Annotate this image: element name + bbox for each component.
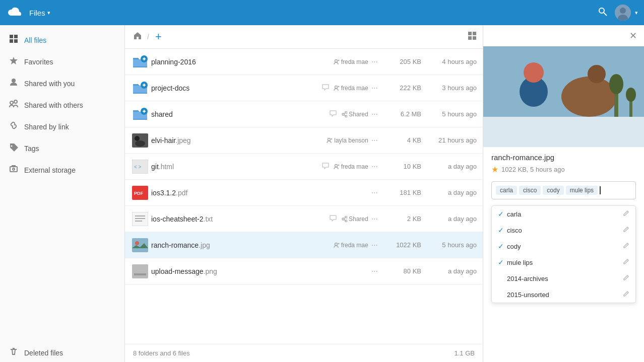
table-row[interactable]: planning-2016 freda mae···205 KB4 hours … [125,49,483,75]
svg-point-73 [609,74,623,94]
file-icon-ios-cheatsheet-2 [131,210,149,228]
file-icon-shared [131,105,149,123]
add-button[interactable]: + [152,29,165,44]
tag-dropdown-item-cody[interactable]: ✓cody [492,238,635,254]
svg-point-38 [135,140,145,147]
tag-edit-icon-2015-unsorted[interactable] [623,291,629,299]
file-more-button-planning-2016[interactable]: ··· [368,56,381,67]
sidebar-icon-shared-with-others [8,99,19,111]
files-summary: 8 folders and 6 files [133,349,190,357]
user-menu-chevron[interactable]: ▾ [635,10,638,16]
file-meta-shared: Shared [329,110,368,118]
table-row[interactable]: ios-cheatsheet-2.txt Shared···2 KBa day … [125,206,483,232]
file-size-ios3.1.2: 181 KB [381,189,421,196]
file-meta-ranch-romance: freda mae [334,242,368,249]
file-more-button-ios3.1.2[interactable]: ··· [368,187,381,198]
tag-edit-icon-2014-archives[interactable] [623,274,629,282]
file-icon-elvi-hair [131,131,149,150]
file-meta-git: freda mae [321,162,368,171]
grid-view-button[interactable] [468,31,477,42]
sidebar-item-deleted-files[interactable]: Deleted files [0,342,124,362]
file-more-button-shared[interactable]: ··· [368,109,381,120]
file-date-planning-2016: 4 hours ago [421,58,477,65]
svg-point-15 [13,168,15,170]
tag-dropdown-item-mule-lips[interactable]: ✓mule lips [492,254,635,270]
file-icon-planning-2016 [131,53,149,71]
svg-rect-21 [473,36,476,40]
files-menu-button[interactable]: Files ▾ [29,9,50,17]
total-size: 1.1 GB [455,349,475,357]
tag-dropdown-item-2014-archives[interactable]: ✓2014-archives [492,270,635,286]
tag-edit-icon-cody[interactable] [623,242,629,250]
sidebar-icon-shared-with-you [8,78,19,89]
sidebar-item-all-files[interactable]: All files [0,29,124,51]
file-name-ios3.1.2: ios3.1.2.pdf [151,189,368,197]
search-icon[interactable] [595,4,611,22]
svg-rect-7 [10,39,13,43]
tag-cursor [600,186,601,194]
table-row[interactable]: PDF ios3.1.2.pdf···181 KBa day ago [125,180,483,206]
tag-dropdown: ✓carla✓cisco✓cody✓mule lips✓2014-archive… [491,205,636,303]
file-more-button-elvi-hair[interactable]: ··· [368,135,381,146]
svg-rect-64 [134,273,146,275]
app-logo [6,3,25,22]
file-list: planning-2016 freda mae···205 KB4 hours … [125,49,483,344]
sidebar: All filesFavoritesShared with youShared … [0,25,125,362]
file-date-elvi-hair: 21 hours ago [421,136,477,144]
sidebar-icon-favorites [8,56,19,67]
home-button[interactable] [131,29,144,44]
file-more-button-upload-message[interactable]: ··· [368,266,381,277]
svg-point-0 [599,8,604,13]
svg-line-1 [604,13,607,16]
tag-label-carla: carla [507,210,623,218]
file-date-git: a day ago [421,163,477,170]
table-row[interactable]: project-docs freda mae···222 KB3 hours a… [125,75,483,101]
table-row[interactable]: shared Shared···6.2 MB5 hours ago [125,101,483,127]
sidebar-label-shared-by-link: Shared by link [24,123,69,131]
sidebar-icon-all-files [8,34,19,46]
svg-point-68 [524,62,544,83]
svg-rect-14 [10,167,17,172]
file-name-elvi-hair: elvi-hair.jpeg [151,136,327,144]
preview-image [483,46,644,147]
sidebar-item-shared-with-others[interactable]: Shared with others [0,94,124,116]
file-icon-ios3.1.2: PDF [131,184,149,202]
sidebar-label-tags: Tags [24,144,39,153]
tags-input[interactable]: carlaciscocodymule lips [491,181,636,199]
tag-edit-icon-mule-lips[interactable] [623,258,629,266]
preview-meta-text: 1022 KB, 5 hours ago [501,166,565,173]
sidebar-item-shared-by-link[interactable]: Shared by link [0,116,124,137]
tag-edit-icon-carla[interactable] [623,210,629,218]
file-meta-elvi-hair: layla benson [327,137,368,144]
avatar[interactable] [615,5,631,21]
tag-dropdown-item-2015-unsorted[interactable]: ✓2015-unsorted [492,286,635,303]
sidebar-item-external-storage[interactable]: External storage [0,159,124,181]
tag-check-cisco: ✓ [498,226,507,234]
sidebar-item-shared-with-you[interactable]: Shared with you [0,73,124,94]
file-size-elvi-hair: 4 KB [381,136,421,144]
table-row[interactable]: < > git.html freda mae···10 KBa day ago [125,154,483,180]
file-more-button-git[interactable]: ··· [368,161,381,172]
sidebar-item-tags[interactable]: Tags [0,137,124,159]
file-more-button-project-docs[interactable]: ··· [368,83,381,94]
file-size-git: 10 KB [381,163,421,170]
table-row[interactable]: elvi-hair.jpeg layla benson···4 KB21 hou… [125,127,483,154]
tag-dropdown-item-carla[interactable]: ✓carla [492,206,635,222]
tag-chip-cody: cody [543,186,563,195]
table-row[interactable]: upload-message.png···80 KBa day ago [125,258,483,284]
file-more-button-ranch-romance[interactable]: ··· [368,240,381,251]
file-icon-ranch-romance [131,236,149,254]
file-more-button-ios-cheatsheet-2[interactable]: ··· [368,213,381,225]
sidebar-item-favorites[interactable]: Favorites [0,51,124,73]
table-row[interactable]: ranch-romance.jpg freda mae···1022 KB5 h… [125,232,483,258]
tag-edit-icon-cisco[interactable] [623,226,629,234]
file-name-upload-message: upload-message.png [151,267,368,275]
file-name-project-docs: project-docs [151,84,321,92]
comment-icon [329,110,337,118]
tag-dropdown-item-cisco[interactable]: ✓cisco [492,222,635,238]
preview-close-button[interactable]: ✕ [626,29,640,42]
sidebar-label-favorites: Favorites [24,58,53,66]
sidebar-icon-deleted-files [8,347,19,358]
svg-rect-20 [468,36,472,40]
favorite-star[interactable]: ★ [491,165,498,174]
